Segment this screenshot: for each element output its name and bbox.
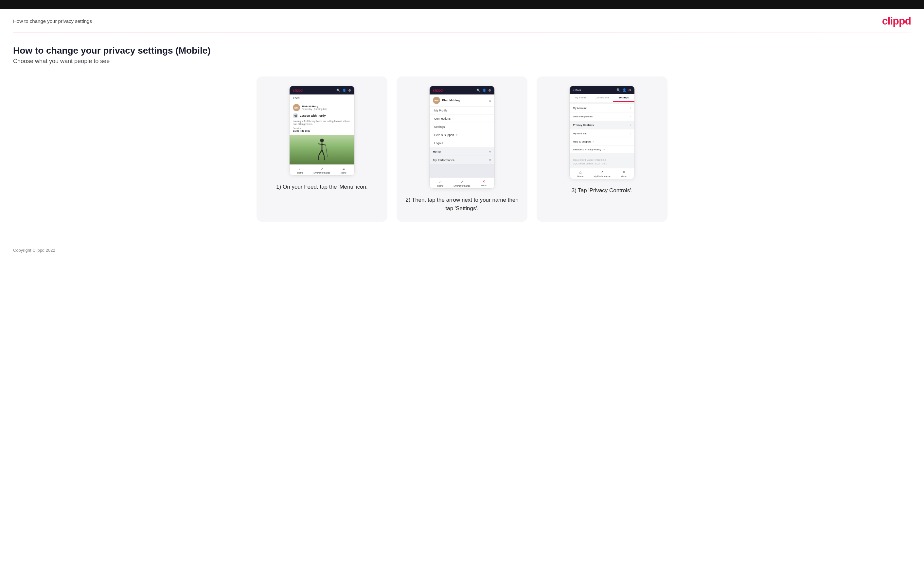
bottom-nav-menu-3: ≡ Menu <box>613 168 635 179</box>
privacy-controls-label: Privacy Controls <box>573 124 594 127</box>
nav-item-my-performance: My Performance ∨ <box>430 156 494 164</box>
tab-settings: Settings <box>613 94 635 102</box>
step-card-3: < Back 🔍 👤 ⚙ My Profile Connections Sett… <box>536 76 667 222</box>
search-icon-2: 🔍 <box>477 89 480 92</box>
phone-mockup-3: < Back 🔍 👤 ⚙ My Profile Connections Sett… <box>569 85 635 179</box>
menu-item-settings: Settings <box>430 123 494 131</box>
bottom-nav-home-1: ⌂ Home <box>289 165 311 175</box>
duration-value: 01 hr : 30 min <box>293 129 351 132</box>
menu-item-help-support: Help & Support ↗ <box>430 131 494 139</box>
service-privacy-label: Service & Privacy Policy <box>573 148 601 151</box>
user-icon-3: 👤 <box>622 88 626 92</box>
copyright-text: Copyright Clippd 2022 <box>13 248 55 253</box>
bottom-nav-performance-2: ↗ My Performance <box>451 178 473 188</box>
bottom-nav-performance-1: ↗ My Performance <box>311 165 333 175</box>
performance-icon-2: ↗ <box>460 179 464 184</box>
phone2-bg-area <box>430 164 494 177</box>
step-card-2: clippd 🔍 👤 ⚙ BM Blair McHarg ∧ <box>397 76 527 222</box>
lesson-header: 📹 Lesson with Fordy <box>293 113 351 118</box>
bottom-nav-performance-3: ↗ My Performance <box>591 168 613 179</box>
performance-label-2: My Performance <box>454 185 470 187</box>
page-subheading: Choose what you want people to see <box>13 58 911 65</box>
steps-row: clippd 🔍 👤 ⚙ Feed BM Blair McHarg <box>13 76 911 222</box>
my-account-chevron: › <box>630 106 631 110</box>
golf-image <box>289 135 354 164</box>
phone1-bottom-nav: ⌂ Home ↗ My Performance ≡ Menu <box>289 164 354 175</box>
phone1-nav-icons: 🔍 👤 ⚙ <box>336 89 351 92</box>
service-privacy-ext-icon: ↗ <box>603 148 605 151</box>
phone2-bottom-nav: ⌂ Home ↗ My Performance ✕ Menu <box>430 177 494 188</box>
post-avatar: BM <box>293 104 300 111</box>
version-info: Clippd Client Version: 2022.8.3-3 GQL Se… <box>570 156 635 168</box>
setting-privacy-controls: Privacy Controls › <box>570 121 635 129</box>
setting-my-golf-bag: My Golf Bag › <box>570 129 635 138</box>
performance-icon: ↗ <box>320 166 324 171</box>
version-client: Clippd Client Version: 2022.8.3-3 <box>573 158 631 162</box>
home-label: Home <box>297 172 304 174</box>
phone-mockup-1: clippd 🔍 👤 ⚙ Feed BM Blair McHarg <box>289 85 355 176</box>
post-header: BM Blair McHarg Yesterday · Sunningdale <box>293 104 351 111</box>
svg-line-4 <box>322 150 324 156</box>
version-server: GQL Server Version: 2022.7.30-1 <box>573 162 631 165</box>
bottom-nav-close-2: ✕ Menu <box>473 178 494 188</box>
phone3-nav: < Back 🔍 👤 ⚙ <box>570 86 635 94</box>
phone-mockup-2: clippd 🔍 👤 ⚙ BM Blair McHarg ∧ <box>429 85 495 189</box>
page-heading: How to change your privacy settings (Mob… <box>13 45 911 56</box>
close-label-2: Menu <box>481 184 486 187</box>
my-golf-bag-chevron: › <box>630 132 631 135</box>
tab-connections: Connections <box>591 94 613 102</box>
dropdown-user-name: Blair McHarg <box>442 99 460 102</box>
feed-label: Feed <box>289 95 354 102</box>
data-integrations-chevron: › <box>630 115 631 118</box>
post-user-name: Blair McHarg <box>302 105 327 108</box>
svg-line-3 <box>319 150 322 155</box>
step-2-caption: 2) Then, tap the arrow next to your name… <box>404 196 520 213</box>
user-icon-2: 👤 <box>482 89 486 92</box>
footer: Copyright Clippd 2022 <box>0 241 924 259</box>
performance-nav-chevron: ∨ <box>489 158 491 162</box>
phone1-logo: clippd <box>293 88 302 92</box>
lesson-type-icon: 📹 <box>293 113 298 118</box>
home-nav-label: Home <box>433 150 441 153</box>
svg-line-7 <box>326 145 328 156</box>
settings-icon: ⚙ <box>348 89 351 92</box>
feed-post: BM Blair McHarg Yesterday · Sunningdale … <box>289 102 354 135</box>
phone3-tabs: My Profile Connections Settings <box>570 94 635 102</box>
settings-list: My Account › Data Integrations › Privacy… <box>570 102 635 156</box>
duration-label: Duration <box>293 127 351 129</box>
bottom-nav-menu-1: ≡ Menu <box>333 165 354 175</box>
setting-help-support: Help & Support ↗ <box>570 138 635 145</box>
data-integrations-label: Data Integrations <box>573 115 593 118</box>
help-support-label: Help & Support <box>573 140 591 143</box>
menu-item-connections: Connections <box>430 115 494 123</box>
main-content: How to change your privacy settings (Mob… <box>0 32 924 222</box>
home-nav-chevron: ∨ <box>489 150 491 153</box>
nav-item-home: Home ∨ <box>430 147 494 156</box>
phone1-nav: clippd 🔍 👤 ⚙ <box>289 86 354 95</box>
home-icon: ⌂ <box>299 166 301 171</box>
search-icon: 🔍 <box>336 89 340 92</box>
my-golf-bag-label: My Golf Bag <box>573 132 587 135</box>
phone3-nav-icons: 🔍 👤 ⚙ <box>616 88 631 92</box>
menu-label: Menu <box>341 172 347 174</box>
menu-item-logout: Logout <box>430 139 494 147</box>
menu-label-3: Menu <box>621 175 627 177</box>
privacy-controls-chevron: › <box>630 123 631 127</box>
tab-my-profile: My Profile <box>570 94 591 102</box>
home-label-2: Home <box>438 185 444 187</box>
menu-item-my-profile: My Profile <box>430 106 494 115</box>
external-link-icon: ↗ <box>456 134 458 137</box>
dropdown-user-info: BM Blair McHarg <box>433 97 460 104</box>
lesson-desc: Looking to feel like my hands are exitin… <box>293 120 351 126</box>
settings-icon-3: ⚙ <box>628 88 631 92</box>
performance-label: My Performance <box>313 172 330 174</box>
post-meta: Blair McHarg Yesterday · Sunningdale <box>302 105 327 110</box>
menu-icon-3: ≡ <box>622 170 625 174</box>
dropdown-avatar: BM <box>433 97 440 104</box>
dropdown-user-row: BM Blair McHarg ∧ <box>430 95 494 106</box>
post-user-sub: Yesterday · Sunningdale <box>302 108 327 110</box>
svg-line-6 <box>324 155 325 160</box>
back-chevron-icon: < <box>573 89 575 92</box>
lesson-title: Lesson with Fordy <box>300 114 326 118</box>
performance-label-3: My Performance <box>593 175 610 177</box>
